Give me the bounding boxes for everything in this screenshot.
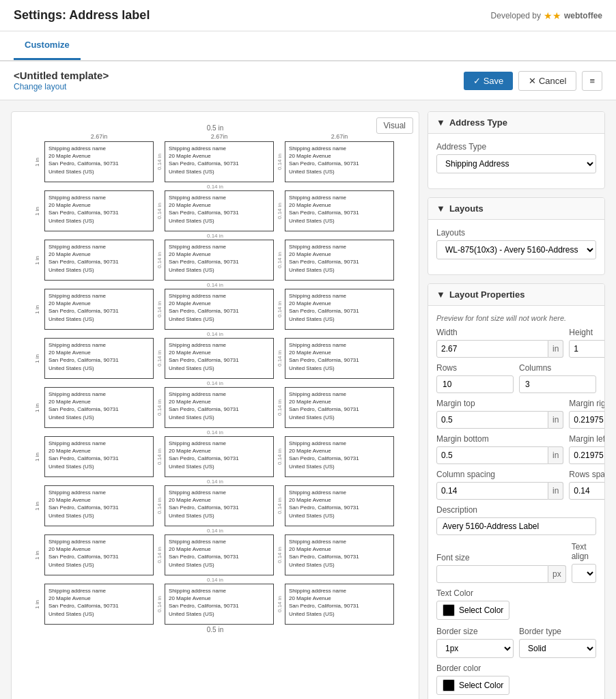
label-cell: Shipping address name20 Maple AvenueSan … xyxy=(44,338,154,379)
label-cell: Shipping address name20 Maple AvenueSan … xyxy=(165,436,274,477)
address-type-section: ▼ Address Type Address Type Shipping Add… xyxy=(428,111,605,189)
label-cell: Shipping address name20 Maple AvenueSan … xyxy=(165,338,274,379)
row-spacing-input[interactable] xyxy=(569,482,605,500)
layout-properties-body: Preview for font size will not work here… xyxy=(428,306,604,699)
developed-by-text: Developed by xyxy=(491,11,541,20)
text-color-button[interactable]: Select Color xyxy=(436,601,509,620)
row-gap: 0.14 in xyxy=(29,182,401,190)
width-input[interactable] xyxy=(436,340,548,358)
margin-bottom-input[interactable] xyxy=(436,446,548,464)
margin-top-col: Margin top in xyxy=(436,399,563,429)
border-color-group: Border color Select Color xyxy=(436,664,596,695)
border-row: Border size 1px 2px Border type Solid Da… xyxy=(436,627,596,658)
col-gap: 0.14 in xyxy=(274,387,285,428)
label-cell: Shipping address name20 Maple AvenueSan … xyxy=(44,240,154,281)
col-gap: 0.14 in xyxy=(274,289,285,330)
columns-col: Columns xyxy=(519,363,596,393)
width-label: Width xyxy=(436,328,563,337)
col-dim-row: 2.67in 2.67in 2.67in xyxy=(29,133,401,140)
row-side-dim: 1 in xyxy=(29,240,44,281)
border-size-col: Border size 1px 2px xyxy=(436,627,514,658)
text-align-select[interactable]: Left Center Right xyxy=(572,564,596,583)
margin-top-unit: in xyxy=(548,411,563,429)
margin-bottom-col: Margin bottom in xyxy=(436,434,563,464)
save-button[interactable]: ✓ Save xyxy=(464,72,513,90)
rows-label: Rows xyxy=(436,363,514,373)
label-cell: Shipping address name20 Maple AvenueSan … xyxy=(285,534,394,575)
label-cell: Shipping address name20 Maple AvenueSan … xyxy=(285,289,394,330)
col-gap: 0.14 in xyxy=(154,190,165,231)
row-right-dim xyxy=(394,240,401,281)
description-label: Description xyxy=(436,505,596,515)
layouts-select[interactable]: WL-875(10x3) - Avery 5160-Address Label xyxy=(436,240,596,259)
spacing-row: Column spacing in Rows spacing in xyxy=(436,470,596,500)
border-color-swatch xyxy=(443,679,455,691)
layouts-header: ▼ Layouts xyxy=(428,198,604,220)
width-input-group: in xyxy=(436,340,563,358)
header-actions: ✓ Save ✕ Cancel ≡ xyxy=(464,71,602,91)
row-gap: 0.14 in xyxy=(29,526,401,534)
cancel-button[interactable]: ✕ Cancel xyxy=(518,71,576,91)
rows-input[interactable] xyxy=(436,375,514,393)
col-spacing-col: Column spacing in xyxy=(436,470,563,500)
col-gap: 0.14 in xyxy=(154,141,165,182)
label-cell: Shipping address name20 Maple AvenueSan … xyxy=(165,584,274,625)
right-panel: ▼ Address Type Address Type Shipping Add… xyxy=(428,111,605,699)
col-spacing-input[interactable] xyxy=(436,482,548,500)
row-gap: 0.14 in xyxy=(29,575,401,584)
columns-label: Columns xyxy=(519,363,596,373)
label-cell: Shipping address name20 Maple AvenueSan … xyxy=(44,190,154,231)
border-color-button[interactable]: Select Color xyxy=(436,676,509,695)
height-input[interactable] xyxy=(569,340,605,358)
margin-left-input[interactable] xyxy=(569,446,605,464)
width-col: Width in xyxy=(436,328,563,358)
label-cell: Shipping address name20 Maple AvenueSan … xyxy=(44,485,154,526)
address-type-header: ▼ Address Type xyxy=(428,112,604,134)
row-side-dim: 1 in xyxy=(29,534,44,575)
row-side-dim: 1 in xyxy=(29,289,44,330)
row-side-dim: 1 in xyxy=(29,338,44,379)
border-type-select[interactable]: Solid Dashed xyxy=(519,639,596,658)
label-cell: Shipping address name20 Maple AvenueSan … xyxy=(44,436,154,477)
row-right-dim xyxy=(394,190,401,231)
margin-right-input[interactable] xyxy=(569,411,605,429)
margin-top-input-group: in xyxy=(436,411,563,429)
margin-top-label: Margin top xyxy=(436,399,563,408)
template-title-area: <Untitled template> Change layout xyxy=(14,70,109,91)
col-gap: 0.14 in xyxy=(274,190,285,231)
margin-right-input-group: in xyxy=(569,411,605,429)
border-size-select[interactable]: 1px 2px xyxy=(436,639,514,658)
col-gap: 0.14 in xyxy=(274,240,285,281)
font-size-input[interactable] xyxy=(436,565,548,583)
margin-top-input[interactable] xyxy=(436,411,548,429)
col-spacing-label: Column spacing xyxy=(436,470,563,479)
change-layout-link[interactable]: Change layout xyxy=(14,82,66,91)
label-cell: Shipping address name20 Maple AvenueSan … xyxy=(165,485,274,526)
layouts-section: ▼ Layouts Layouts WL-875(10x3) - Avery 5… xyxy=(428,197,605,275)
row-side-dim: 1 in xyxy=(29,485,44,526)
font-align-row: Font size px Text align Left Center Righ… xyxy=(436,542,596,583)
layouts-group: Layouts WL-875(10x3) - Avery 5160-Addres… xyxy=(436,228,596,259)
label-cell: Shipping address name20 Maple AvenueSan … xyxy=(285,338,394,379)
columns-input[interactable] xyxy=(519,375,596,393)
height-col: Height in xyxy=(569,328,605,358)
margin-right-label: Margin right xyxy=(569,399,605,408)
address-type-select[interactable]: Shipping Address Billing Address xyxy=(436,154,596,173)
col-gap: 0.14 in xyxy=(274,534,285,575)
label-cell: Shipping address name20 Maple AvenueSan … xyxy=(285,485,394,526)
col-gap: 0.14 in xyxy=(154,387,165,428)
label-cell: Shipping address name20 Maple AvenueSan … xyxy=(44,141,154,182)
margin-bottom-input-group: in xyxy=(436,446,563,464)
menu-button[interactable]: ≡ xyxy=(582,71,602,91)
tab-customize[interactable]: Customize xyxy=(14,31,81,60)
rows-cols-row: Rows Columns xyxy=(436,363,596,393)
label-cell: Shipping address name20 Maple AvenueSan … xyxy=(285,190,394,231)
col-spacing-unit: in xyxy=(548,482,563,500)
row-right-dim xyxy=(394,338,401,379)
label-cell: Shipping address name20 Maple AvenueSan … xyxy=(44,584,154,625)
layout-properties-section: ▼ Layout Properties Preview for font siz… xyxy=(428,283,605,699)
border-color-select-label: Select Color xyxy=(459,681,503,690)
border-size-label: Border size xyxy=(436,627,514,636)
label-cell: Shipping address name20 Maple AvenueSan … xyxy=(44,534,154,575)
description-input[interactable] xyxy=(436,517,596,535)
